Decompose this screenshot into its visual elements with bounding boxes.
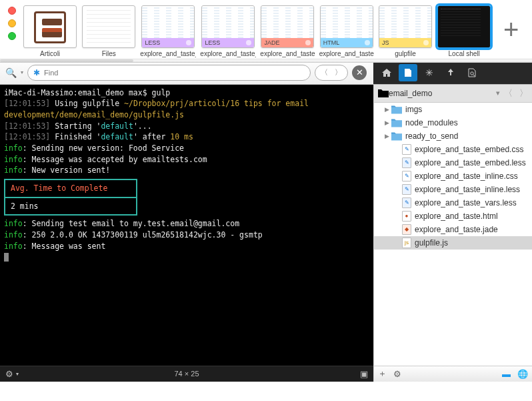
nav-back-icon[interactable]: 〈 [504, 87, 513, 99]
summary-header: Avg. Time to Complete [5, 180, 136, 198]
disclosure-icon[interactable]: ▶ [385, 106, 391, 113]
root-folder-name: email_demo [389, 89, 492, 98]
tab-label: explore_and_taste_vars [140, 50, 196, 58]
terminal-cursor [4, 253, 9, 262]
file-row[interactable]: ✎explore_and_taste_embed.less [374, 156, 532, 169]
file-tree[interactable]: ▶ imgs ▶ node_modules ▶ ready_to_send ✎e… [374, 103, 532, 366]
window-controls [5, 5, 19, 40]
nav-forward-icon[interactable]: 〉 [519, 87, 528, 99]
gear-icon[interactable]: ⚙ [5, 369, 13, 379]
folder-row[interactable]: ▶ imgs [374, 103, 532, 116]
upload-icon[interactable] [441, 64, 460, 81]
tab-label: explore_and_taste [260, 50, 315, 58]
svg-point-0 [471, 71, 473, 74]
file-row[interactable]: ●explore_and_taste.html [374, 210, 532, 223]
tab-strip: Articoli Files LESS explore_and_taste_va… [0, 0, 532, 61]
close-window-button[interactable] [8, 7, 16, 15]
close-find-button[interactable]: ✕ [352, 65, 367, 80]
summary-value: 2 mins [5, 198, 136, 215]
file-row[interactable]: jsgulpfile.js [374, 236, 532, 250]
files-panel-icon[interactable] [399, 64, 417, 81]
folder-row[interactable]: ▶ ready_to_send [374, 129, 532, 143]
find-dropdown-icon[interactable]: ▾ [21, 69, 23, 75]
less-file-icon: ✎ [402, 157, 411, 168]
terminal-statusbar: ⚙▾ 74 × 25 ▣ [0, 366, 373, 382]
file-row[interactable]: ✎explore_and_taste_inline.css [374, 169, 532, 183]
expand-icon[interactable]: ▣ [360, 369, 368, 379]
tab-label: explore_and_taste [319, 50, 374, 58]
tab-html[interactable]: HTML explore_and_taste [319, 5, 374, 58]
find-prev-icon[interactable]: 〈 [321, 67, 328, 77]
sidebar-footer: ＋ ⚙ ▬ 🌐 [373, 366, 532, 382]
tab-js[interactable]: JS gulpfile [378, 5, 433, 58]
remote-icon[interactable]: 🌐 [517, 369, 528, 379]
terminal[interactable]: iMac-di-Massimo:email_demo max$ gulp [12… [0, 85, 373, 366]
tab-local-shell[interactable]: Local shell [437, 5, 491, 58]
less-file-icon: ✎ [402, 197, 411, 208]
add-tab-button[interactable]: + [495, 5, 527, 45]
local-disk-icon[interactable]: ▬ [502, 369, 511, 379]
tab-less-1[interactable]: LESS explore_and_taste_vars [140, 5, 196, 58]
css-file-icon: ✎ [402, 144, 411, 155]
file-row[interactable]: ✎explore_and_taste_embed.css [374, 143, 532, 156]
tab-label: Files [102, 50, 116, 58]
sidebar-root[interactable]: email_demo ▾ 〈 〉 [374, 85, 532, 103]
minimize-window-button[interactable] [8, 19, 16, 27]
search-icon[interactable]: 🔍 [5, 67, 17, 78]
css-file-icon: ✎ [402, 171, 411, 181]
summary-box: Avg. Time to Complete 2 mins [4, 179, 137, 216]
terminal-size: 74 × 25 [174, 370, 199, 378]
file-sidebar: email_demo ▾ 〈 〉 ▶ imgs ▶ node_modules ▶… [373, 85, 532, 366]
tab-less-2[interactable]: LESS explore_and_taste_embed [200, 5, 256, 58]
find-input[interactable] [44, 69, 305, 77]
find-bar: 🔍 ▾ ✱ 〈 〉 ✕ ✳ [0, 61, 532, 85]
add-file-icon[interactable]: ＋ [378, 368, 387, 380]
terminal-icon [437, 5, 491, 48]
folder-row[interactable]: ▶ node_modules [374, 116, 532, 129]
tab-files[interactable]: Files [81, 5, 136, 58]
tab-scrollbar[interactable] [0, 59, 532, 63]
file-row[interactable]: ✎explore_and_taste_inline.less [374, 183, 532, 196]
tab-articoli[interactable]: Articoli [23, 5, 77, 58]
app-icon [34, 11, 66, 43]
tab-label: gulpfile [395, 50, 416, 58]
tab-label: Local shell [449, 50, 480, 58]
js-file-icon: js [402, 238, 411, 248]
tab-label: explore_and_taste_embed [200, 50, 256, 58]
gear-dropdown-icon[interactable]: ▾ [16, 371, 19, 377]
file-row[interactable]: ✎explore_and_taste_vars.less [374, 196, 532, 210]
find-next-icon[interactable]: 〉 [335, 67, 342, 77]
html-file-icon: ● [402, 211, 411, 222]
file-row[interactable]: ◆explore_and_taste.jade [374, 223, 532, 236]
regex-icon[interactable]: ✱ [33, 68, 40, 77]
find-prev-next[interactable]: 〈 〉 [315, 65, 348, 81]
zoom-window-button[interactable] [8, 32, 16, 40]
tab-label: Articoli [40, 50, 60, 58]
search-files-icon[interactable] [463, 64, 481, 81]
root-dropdown-icon[interactable]: ▾ [496, 89, 500, 97]
footer-gear-icon[interactable]: ⚙ [393, 369, 401, 379]
extensions-icon[interactable]: ✳ [420, 64, 439, 81]
tab-jade[interactable]: JADE explore_and_taste [260, 5, 315, 58]
jade-file-icon: ◆ [402, 224, 411, 235]
home-icon[interactable] [377, 64, 396, 81]
less-file-icon: ✎ [402, 184, 411, 195]
sidebar-mode-tabs: ✳ [373, 61, 532, 84]
